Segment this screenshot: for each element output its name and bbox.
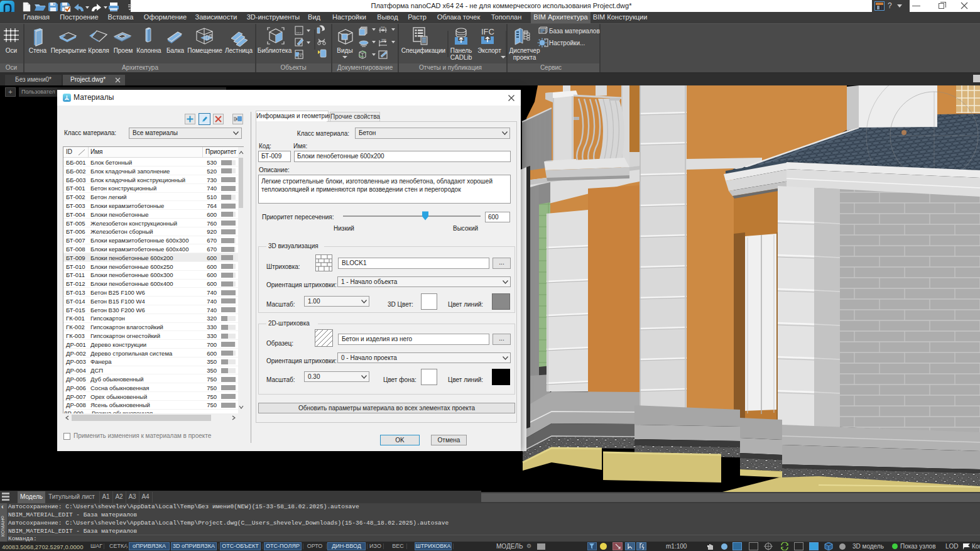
svg-text:IFC: IFC <box>481 27 494 36</box>
svg-text:100: 100 <box>381 26 385 29</box>
svg-text:200: 200 <box>381 39 386 42</box>
